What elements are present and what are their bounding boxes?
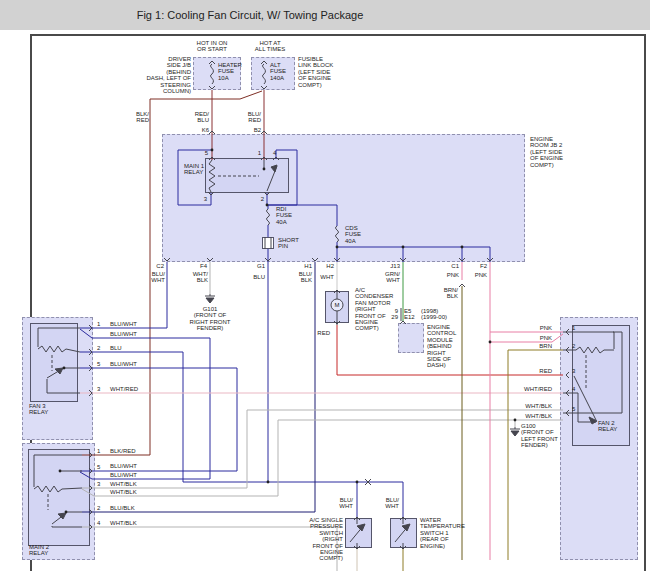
- water-switch-wire: BLU/ WHT: [385, 497, 399, 510]
- junction-dot: [263, 168, 266, 171]
- main2-pin2: 2: [97, 505, 100, 511]
- junction-dot: [356, 481, 359, 484]
- fan2-relay-label: FAN 2 RELAY: [598, 420, 617, 433]
- fan2-pin1: 1: [572, 325, 575, 331]
- main1-switch-arrow: [271, 165, 277, 172]
- wiring-diagram-canvas: HOT IN ON OR STARTHOT AT ALL TIMESDRIVER…: [0, 30, 650, 571]
- f2-color: PNK: [475, 272, 487, 278]
- fan2-switch-arrow: [589, 417, 597, 424]
- main2-w5: WHT/BLK: [110, 489, 137, 495]
- main2-pin4: 4: [97, 520, 100, 526]
- wire-main2-pin4: [82, 527, 337, 571]
- fan2-coil: [563, 347, 614, 353]
- main2-pivot: [52, 526, 82, 527]
- fan2-int-top: [563, 332, 614, 349]
- connector-chevron-icon: [164, 258, 170, 261]
- conn-f2: F2: [480, 263, 487, 269]
- main2-w1: BLK/RED: [110, 448, 136, 454]
- short-pin-label: SHORT PIN: [278, 237, 299, 250]
- connector-chevron-icon: [209, 86, 215, 89]
- rdi-fuse-label: RDI FUSE 40A: [276, 206, 292, 225]
- driver-jb-caption: DRIVER SIDE J/B (BEHIND DASH, LEFT OF ST…: [146, 56, 191, 94]
- conn-c2: C2: [156, 263, 164, 269]
- heater-fuse-symbol: [211, 64, 214, 84]
- rdi-fuse-symbol: [267, 209, 270, 225]
- main1-pin3: 3: [204, 196, 207, 202]
- main2-coil: [34, 486, 82, 492]
- main1-pin5: 5: [205, 150, 208, 156]
- water-switch-arrow: [402, 524, 410, 531]
- fan3-w2: BLU/WHT: [110, 331, 137, 337]
- fan3-switch-arrow: [55, 368, 63, 374]
- alt-fuse-label: ALT FUSE 140A: [270, 62, 286, 81]
- conn-g1: G1: [257, 263, 265, 269]
- h2-color: WHT: [320, 274, 334, 280]
- fan2-pin4: 4: [572, 386, 575, 392]
- connector-chevron-icon: [207, 258, 213, 261]
- f4-color: WHT/ BLK: [193, 271, 208, 284]
- main2-relay-label: MAIN 2 RELAY: [29, 544, 49, 557]
- blu-red-label: BLU/ RED: [248, 111, 261, 124]
- fan2-w6: WHT/BLK: [525, 403, 552, 409]
- red-blu-label: RED/ BLU: [195, 111, 209, 124]
- fan2-pin2: 2: [572, 343, 575, 349]
- g101-ground-symbol: [205, 294, 215, 303]
- conn-c1: C1: [451, 263, 459, 269]
- fan3-relay-label: FAN 3 RELAY: [29, 403, 48, 416]
- g101-label: G101 (FRONT OF RIGHT FRONT FENDER): [190, 306, 231, 332]
- connector-chevron-icon: [261, 61, 267, 64]
- ecm-pin-years: (1998) (1999-00): [421, 308, 447, 321]
- fan2-w2: PNK: [540, 335, 552, 341]
- junction-dot: [59, 470, 62, 473]
- main1-relay-label: MAIN 1 RELAY: [184, 163, 204, 176]
- cds-fuse-label: CDS FUSE 40A: [345, 225, 361, 244]
- conn-f4: F4: [200, 263, 207, 269]
- wire-brn: [508, 350, 563, 560]
- fan3-w4: BLU/WHT: [110, 361, 137, 367]
- main2-pin3: 3: [97, 481, 100, 487]
- main2-w6: BLU/BLK: [110, 505, 135, 511]
- junction-dot: [63, 367, 66, 370]
- motor-m-label: M: [335, 302, 340, 308]
- junction-dot: [211, 149, 214, 152]
- main2-pin1: 1: [97, 448, 100, 454]
- main2-w4: WHT/BLK: [110, 481, 137, 487]
- fan2-w5: WHT/RED: [524, 386, 552, 392]
- k6-label: K6: [202, 127, 209, 133]
- heater-fuse-label: HEATER FUSE 10A: [218, 62, 242, 81]
- wire-fan3-5-main2-5: [80, 368, 237, 471]
- fan2-w3: BRN: [539, 343, 552, 349]
- fusible-link-caption: FUSIBLE LINK BLOCK (LEFT SIDE OF ENGINE …: [298, 56, 333, 88]
- fan3-int-top: [38, 328, 80, 347]
- short-pin-lines: [265, 237, 271, 249]
- jb2-caption: ENGINE ROOM JB 2 (LEFT SIDE OF ENGINE CO…: [530, 136, 563, 168]
- ac-switch-arrow: [357, 524, 365, 531]
- connector-chevron-icon: [400, 321, 406, 324]
- g1-color: BLU: [253, 274, 265, 280]
- fan3-w3: BLU: [110, 345, 122, 351]
- wire-whtblk-b: [82, 420, 563, 496]
- ac-switch-wire: BLU/ WHT: [339, 497, 353, 510]
- hot-in-on-label: HOT IN ON OR START: [197, 40, 228, 53]
- h1-color: BLU/ BLK: [299, 271, 312, 284]
- c1-color: PNK: [447, 272, 459, 278]
- fan3-pin2: 2: [97, 345, 100, 351]
- fan3-w1: BLU/WHT: [110, 321, 137, 327]
- junction-dot: [489, 341, 492, 344]
- wire-pnk-b: [490, 334, 563, 342]
- conn-j13: J13: [390, 263, 400, 269]
- fan2-w1: PNK: [540, 325, 552, 331]
- junction-dot: [267, 481, 270, 484]
- main2-w2: BLU/WHT: [110, 463, 137, 469]
- junction-dot: [65, 511, 68, 514]
- fan2-pin5: 5: [572, 406, 575, 412]
- fan3-pivot: [47, 379, 80, 393]
- g100-ground-symbol: [510, 427, 520, 436]
- connector-chevron-icon: [566, 372, 569, 378]
- fan3-pin1: 1: [97, 321, 100, 327]
- wire-whtblk-a: [82, 410, 563, 488]
- wire-layer: [0, 30, 650, 571]
- g100-label: G100 (FRONT OF LEFT FRONT FENDER): [521, 423, 558, 449]
- ac-motor-caption: A/C CONDENSER FAN MOTOR (RIGHT FRONT OF …: [355, 287, 393, 332]
- connector-chevron-icon: [209, 61, 215, 64]
